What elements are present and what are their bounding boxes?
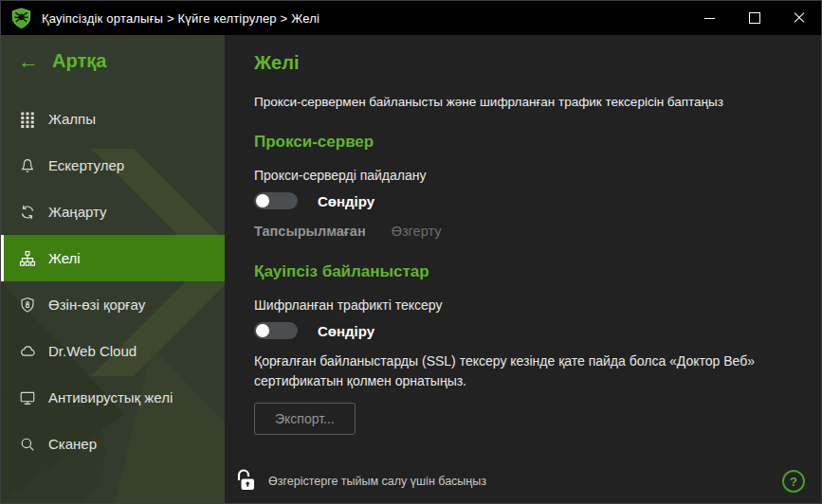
bell-icon <box>18 156 36 174</box>
sidebar-item-scanner[interactable]: Сканер <box>1 421 225 467</box>
sidebar-item-general[interactable]: Жалпы <box>1 96 225 142</box>
sidebar-item-label: Антивирустық желі <box>48 389 173 405</box>
section-heading-proxy: Прокси-сервер <box>254 133 798 152</box>
cloud-icon <box>18 342 36 360</box>
back-arrow-icon: ← <box>18 51 39 72</box>
maximize-icon <box>749 12 760 24</box>
section-heading-secure-connections: Қауіпсіз байланыстар <box>254 262 798 281</box>
sidebar-item-notifications[interactable]: Ескертулер <box>1 142 225 189</box>
sidebar-item-label: Жаңарту <box>48 204 107 220</box>
lock-hint: Өзгерістерге тыйым салу үшін басыңыз <box>268 475 486 488</box>
ssl-check-label: Шифрланған трафикті тексеру <box>254 297 798 313</box>
sidebar-item-self-protection[interactable]: Өзін-өзі қорғау <box>1 281 225 328</box>
drweb-logo-icon <box>10 8 32 29</box>
settings-sidebar: ← Артқа Жалпы <box>1 35 225 503</box>
sidebar-item-label: Dr.Web Cloud <box>48 343 137 359</box>
sidebar-item-label: Ескертулер <box>48 157 124 173</box>
grid-icon <box>18 110 36 128</box>
toggle-knob <box>256 324 269 337</box>
settings-footer: Өзгерістерге тыйым салу үшін басыңыз ? <box>225 459 821 503</box>
window-controls <box>687 1 821 35</box>
sidebar-item-update[interactable]: Жаңарту <box>1 189 225 235</box>
lock-button[interactable]: Өзгерістерге тыйым салу үшін басыңыз <box>234 467 486 496</box>
breadcrumb: Қауіпсіздік орталығы > Күйге келтірулер … <box>42 11 320 26</box>
back-label: Артқа <box>52 50 106 72</box>
proxy-change-link[interactable]: Өзгерту <box>392 224 442 239</box>
sidebar-item-label: Жалпы <box>48 111 96 127</box>
ssl-certificate-note: Қорғалған байланыстарды (SSL) тексеру ке… <box>254 351 798 391</box>
proxy-toggle-state: Сөндіру <box>318 193 374 209</box>
sidebar-item-label: Желі <box>48 250 81 266</box>
ssl-toggle-state: Сөндіру <box>318 323 374 339</box>
proxy-assignment-row: Тапсырылмаған Өзгерту <box>254 224 798 239</box>
proxy-use-label: Прокси-серверді пайдалану <box>254 168 798 183</box>
monitor-icon <box>18 388 36 406</box>
search-icon <box>18 435 36 453</box>
refresh-icon <box>18 203 36 221</box>
ssl-toggle-row: Сөндіру <box>254 322 798 339</box>
close-icon <box>793 11 806 25</box>
page-description: Прокси-сервермен байланысты және шифрлан… <box>254 95 798 109</box>
proxy-toggle-row: Сөндіру <box>254 192 798 209</box>
help-button[interactable]: ? <box>782 470 805 493</box>
toggle-knob <box>256 194 269 207</box>
minimize-button[interactable] <box>687 1 732 35</box>
sidebar-item-antivirus-network[interactable]: Антивирустық желі <box>1 374 225 421</box>
network-settings-panel: Желі Прокси-сервермен байланысты және ши… <box>225 35 821 503</box>
window-body: ← Артқа Жалпы <box>1 35 821 503</box>
sidebar-item-label: Өзін-өзі қорғау <box>48 297 145 313</box>
export-button[interactable]: Экспорт... <box>254 403 356 435</box>
titlebar: Қауіпсіздік орталығы > Күйге келтірулер … <box>1 1 821 35</box>
ssl-toggle[interactable] <box>254 322 298 339</box>
sidebar-item-label: Сканер <box>48 436 97 452</box>
proxy-assigned-status: Тапсырылмаған <box>254 224 366 239</box>
close-button[interactable] <box>776 1 821 35</box>
page-title: Желі <box>254 52 798 74</box>
drweb-settings-window: Қауіпсіздік орталығы > Күйге келтірулер … <box>0 0 822 504</box>
sidebar-item-network[interactable]: Желі <box>1 235 225 281</box>
network-icon <box>18 249 36 267</box>
sidebar-item-drweb-cloud[interactable]: Dr.Web Cloud <box>1 328 225 374</box>
maximize-button[interactable] <box>732 1 776 35</box>
minimize-icon <box>704 18 715 19</box>
shield-icon <box>18 296 36 314</box>
proxy-toggle[interactable] <box>254 192 298 209</box>
sidebar-nav: Жалпы Ескертулер <box>1 96 225 467</box>
unlock-icon <box>234 467 259 496</box>
back-button[interactable]: ← Артқа <box>18 50 225 72</box>
